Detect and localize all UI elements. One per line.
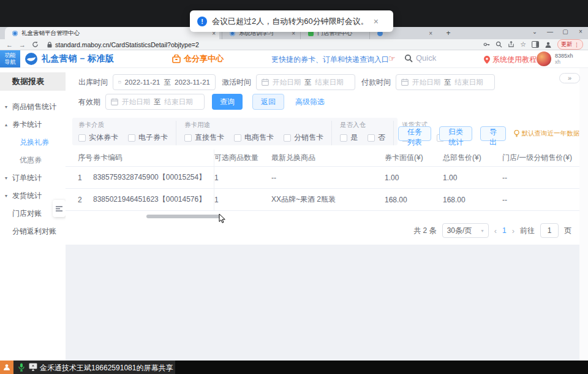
column-header: 最新兑换商品 bbox=[271, 153, 385, 163]
content-card: 出库时间 2022-11-21至2023-11-21 激活时间 开始日期至结束日… bbox=[66, 68, 579, 245]
checkbox-icon[interactable] bbox=[340, 134, 347, 142]
checkbox-group: 券卡介质 实体券卡 电子券卡 bbox=[78, 121, 176, 145]
checkbox-option[interactable]: 是 bbox=[340, 132, 358, 143]
back-icon[interactable]: ← bbox=[6, 41, 13, 48]
new-tab-button[interactable]: + bbox=[443, 29, 453, 38]
goto-label: 前往 bbox=[520, 226, 535, 236]
table-cell: -- bbox=[502, 174, 579, 182]
filter-label: 付款时间 bbox=[361, 77, 391, 88]
table-row[interactable]: 28385021946451623【00014576】1XX品牌~果酒 2瓶装1… bbox=[66, 189, 579, 211]
checkbox-icon[interactable] bbox=[184, 134, 192, 142]
reload-icon[interactable] bbox=[32, 41, 39, 48]
search-icon bbox=[404, 54, 413, 63]
sidebar-item[interactable]: 优惠券 bbox=[0, 151, 66, 169]
table-hscrollbar-thumb[interactable] bbox=[146, 215, 221, 218]
sidebar-item[interactable]: 分销返利对账 bbox=[0, 223, 66, 240]
meeting-toast: ! 会议已超过2人，自动转为60分钟限时会议。 × bbox=[190, 10, 393, 32]
share-center-link[interactable]: 仓分享中心 bbox=[172, 53, 224, 64]
share-icon[interactable] bbox=[508, 41, 514, 48]
advanced-filter-link[interactable]: 高级筛选 bbox=[295, 97, 325, 107]
sidebar-item[interactable]: ▴ 券卡统计 bbox=[0, 116, 66, 134]
participant-box[interactable] bbox=[0, 361, 13, 374]
pagination: 共 2 条 30条/页▾ ‹ 1 › 前往 1 页 bbox=[413, 223, 571, 238]
query-tip: 默认查询近一年数据 bbox=[514, 129, 580, 138]
window-menu-icon[interactable]: ⌄ bbox=[531, 28, 538, 35]
update-button[interactable]: 更新⋮ bbox=[557, 39, 583, 50]
pointing-hand-icon: ☞ bbox=[388, 54, 396, 63]
main-area: 数据报表 ▾ 商品销售统计 ▴ 券卡统计 兑换礼券 优惠券 ▾ 订单统计 ▾ 发… bbox=[0, 67, 588, 361]
checkbox-option[interactable]: 分销售卡 bbox=[284, 132, 323, 143]
toast-message: 会议已超过2人，自动转为60分钟限时会议。 bbox=[212, 16, 369, 27]
column-header: 券卡面值(¥) bbox=[385, 153, 443, 163]
checkbox-option[interactable]: 实体券卡 bbox=[78, 132, 118, 143]
table-hscrollbar-track[interactable] bbox=[66, 215, 579, 218]
page-size-select[interactable]: 30条/页▾ bbox=[442, 223, 489, 238]
table-cell: 8385759328745900【00015254】 bbox=[93, 167, 214, 188]
checkbox-icon[interactable] bbox=[78, 134, 86, 142]
microphone-icon[interactable] bbox=[18, 363, 24, 372]
checkbox-group-label: 是否入仓 bbox=[340, 121, 385, 129]
quick-entry-link[interactable]: 更快捷的券卡、订单和快递查询入口 bbox=[271, 55, 389, 65]
tutorial-link[interactable]: 系统使用教程 bbox=[484, 55, 537, 65]
window-minimize-icon[interactable]: — bbox=[546, 28, 554, 35]
date-range-input[interactable]: 开始日期至结束日期 bbox=[105, 94, 205, 110]
sidebar-item[interactable]: ▾ 订单统计 bbox=[0, 169, 66, 187]
prev-page-button[interactable]: ‹ bbox=[494, 226, 497, 235]
checkbox-option[interactable]: 电子券卡 bbox=[128, 132, 168, 143]
checkbox-option[interactable]: 电商售卡 bbox=[234, 132, 274, 143]
date-range-input[interactable]: 开始日期至结束日期 bbox=[396, 74, 495, 90]
checkbox-group-label: 券卡介质 bbox=[78, 121, 168, 129]
sidebar-collapse-handle[interactable] bbox=[53, 200, 66, 217]
browser-tab[interactable]: 礼盒营销平台管理中心 × bbox=[5, 27, 219, 39]
avatar[interactable] bbox=[537, 52, 551, 66]
back-button[interactable]: 返回 bbox=[252, 94, 284, 110]
date-range-input[interactable]: 2022-11-21至2023-11-21 bbox=[113, 74, 216, 90]
window-close-icon[interactable]: × bbox=[577, 28, 584, 35]
calendar-icon bbox=[401, 78, 409, 86]
checkbox-icon[interactable] bbox=[284, 134, 291, 142]
table-cell: 168.00 bbox=[385, 196, 443, 204]
checkbox-icon[interactable] bbox=[234, 134, 241, 142]
user-names: 8385xh xh bbox=[555, 53, 573, 65]
table-cell: 2 bbox=[78, 196, 93, 204]
date-range-input[interactable]: 开始日期至结束日期 bbox=[256, 74, 355, 90]
checkbox-option[interactable]: 否 bbox=[368, 132, 385, 143]
page-scrollbar-track[interactable] bbox=[579, 67, 588, 361]
expand-filters-button[interactable]: » bbox=[559, 73, 580, 83]
bookmark-star-icon[interactable]: ☆ bbox=[520, 40, 526, 48]
address-bar: ← → standard.maboy.cn/CardStatisticsDeta… bbox=[0, 39, 588, 50]
search-button[interactable]: 查询 bbox=[212, 94, 243, 110]
table-row[interactable]: 18385759328745900【00015254】1--1.001.00-- bbox=[66, 167, 579, 189]
side-panel-icon[interactable] bbox=[532, 41, 539, 48]
table-cell: -- bbox=[502, 196, 579, 204]
tab-close-icon[interactable]: × bbox=[429, 30, 432, 37]
total-count: 共 2 条 bbox=[413, 226, 436, 236]
next-page-button[interactable]: › bbox=[512, 226, 514, 235]
column-header: 门店/一级分销售价(¥) bbox=[502, 153, 579, 163]
goto-page-input[interactable]: 1 bbox=[540, 223, 559, 238]
filter-label: 有效期 bbox=[78, 97, 100, 107]
checkbox-icon[interactable] bbox=[368, 134, 375, 142]
sidebar-item[interactable]: 兑换礼券 bbox=[0, 134, 66, 151]
screen-share-bar: 金禾通技术王斌18662591081的屏幕共享 bbox=[0, 361, 588, 374]
checkbox-icon[interactable] bbox=[128, 134, 135, 142]
action-button-导出[interactable]: 导出 bbox=[480, 126, 505, 141]
url-text[interactable]: standard.maboy.cn/CardStatisticsDetail?o… bbox=[55, 41, 199, 48]
key-icon[interactable] bbox=[483, 41, 490, 48]
profile-icon[interactable] bbox=[545, 41, 552, 48]
checkbox-option[interactable]: 直接售卡 bbox=[184, 132, 224, 143]
filter-label: 激活时间 bbox=[222, 77, 251, 88]
toast-close-icon[interactable]: × bbox=[374, 17, 379, 26]
current-page[interactable]: 1 bbox=[502, 226, 507, 235]
window-maximize-icon[interactable]: ▢ bbox=[562, 28, 569, 35]
quick-search[interactable]: Quick bbox=[404, 53, 436, 63]
sidebar-item[interactable]: ▾ 商品销售统计 bbox=[0, 98, 66, 116]
action-button-归类统计[interactable]: 归类统计 bbox=[439, 126, 472, 141]
screen-share-icon[interactable] bbox=[29, 363, 37, 371]
tab-title: 礼盒营销平台管理中心 bbox=[21, 29, 209, 37]
action-button-任务列表[interactable]: 任务列表 bbox=[398, 126, 431, 141]
forward-icon[interactable]: → bbox=[19, 41, 26, 48]
share-caption: 金禾通技术王斌18662591081的屏幕共享 bbox=[40, 363, 173, 373]
function-nav-toggle[interactable]: 功能导航 bbox=[0, 50, 20, 67]
zoom-icon[interactable] bbox=[496, 41, 502, 48]
